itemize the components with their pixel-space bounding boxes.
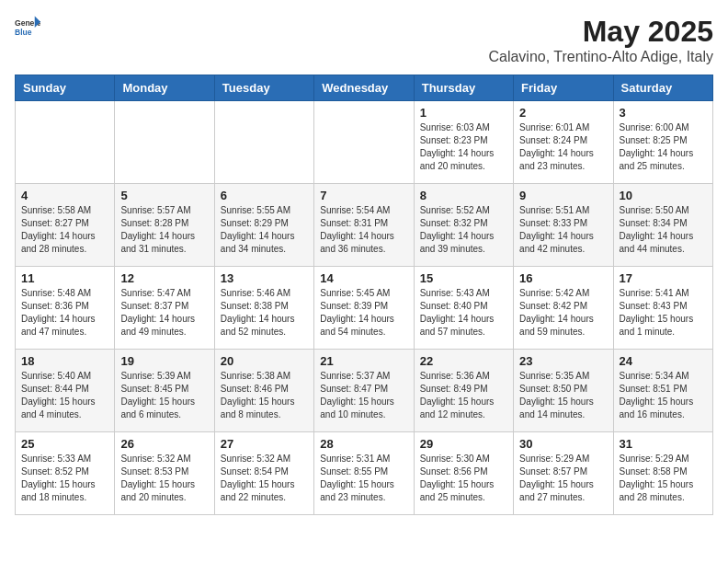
- day-number: 24: [620, 354, 707, 368]
- calendar-body: 1Sunrise: 6:03 AM Sunset: 8:23 PM Daylig…: [16, 101, 713, 515]
- day-number: 3: [620, 106, 707, 120]
- calendar-week-2: 4Sunrise: 5:58 AM Sunset: 8:27 PM Daylig…: [16, 184, 713, 267]
- calendar-cell: 22Sunrise: 5:36 AM Sunset: 8:49 PM Dayli…: [414, 350, 513, 432]
- day-info: Sunrise: 5:29 AM Sunset: 8:57 PM Dayligh…: [519, 453, 607, 504]
- calendar-cell: 12Sunrise: 5:47 AM Sunset: 8:37 PM Dayli…: [115, 267, 214, 350]
- calendar-cell: 26Sunrise: 5:32 AM Sunset: 8:53 PM Dayli…: [115, 432, 214, 515]
- day-number: 19: [120, 354, 208, 368]
- calendar-cell: 24Sunrise: 5:34 AM Sunset: 8:51 PM Dayli…: [613, 350, 712, 432]
- day-number: 28: [320, 437, 407, 451]
- title-section: May 2025 Calavino, Trentino-Alto Adige, …: [488, 15, 713, 65]
- calendar-cell: 9Sunrise: 5:51 AM Sunset: 8:33 PM Daylig…: [514, 184, 613, 267]
- day-info: Sunrise: 5:42 AM Sunset: 8:42 PM Dayligh…: [519, 287, 607, 339]
- day-info: Sunrise: 5:41 AM Sunset: 8:43 PM Dayligh…: [620, 287, 707, 339]
- day-number: 17: [620, 271, 707, 285]
- day-info: Sunrise: 5:35 AM Sunset: 8:50 PM Dayligh…: [519, 370, 607, 421]
- day-number: 21: [320, 354, 407, 368]
- day-info: Sunrise: 5:39 AM Sunset: 8:45 PM Dayligh…: [120, 370, 208, 421]
- day-number: 25: [21, 437, 108, 451]
- day-info: Sunrise: 5:32 AM Sunset: 8:53 PM Dayligh…: [120, 453, 208, 504]
- calendar-cell: 6Sunrise: 5:55 AM Sunset: 8:29 PM Daylig…: [214, 184, 313, 267]
- calendar-cell: [214, 101, 313, 184]
- weekday-header-friday: Friday: [514, 75, 613, 101]
- calendar-cell: 7Sunrise: 5:54 AM Sunset: 8:31 PM Daylig…: [314, 184, 414, 267]
- calendar-cell: 13Sunrise: 5:46 AM Sunset: 8:38 PM Dayli…: [214, 267, 313, 350]
- day-number: 10: [620, 189, 707, 202]
- day-number: 2: [519, 106, 607, 120]
- generalblue-icon: General Blue: [15, 15, 40, 40]
- calendar-cell: 17Sunrise: 5:41 AM Sunset: 8:43 PM Dayli…: [613, 267, 712, 350]
- day-info: Sunrise: 6:03 AM Sunset: 8:23 PM Dayligh…: [420, 121, 507, 173]
- weekday-header-tuesday: Tuesday: [214, 75, 313, 101]
- day-number: 7: [320, 189, 407, 202]
- day-info: Sunrise: 5:47 AM Sunset: 8:37 PM Dayligh…: [120, 287, 208, 339]
- calendar-cell: 5Sunrise: 5:57 AM Sunset: 8:28 PM Daylig…: [115, 184, 214, 267]
- day-number: 20: [221, 354, 308, 368]
- calendar-cell: 23Sunrise: 5:35 AM Sunset: 8:50 PM Dayli…: [514, 350, 613, 432]
- weekday-header-monday: Monday: [115, 75, 214, 101]
- day-number: 16: [519, 271, 607, 285]
- location-title: Calavino, Trentino-Alto Adige, Italy: [488, 49, 713, 65]
- calendar-cell: 31Sunrise: 5:29 AM Sunset: 8:58 PM Dayli…: [613, 432, 712, 515]
- day-number: 8: [420, 189, 507, 202]
- day-info: Sunrise: 5:36 AM Sunset: 8:49 PM Dayligh…: [420, 370, 507, 421]
- day-info: Sunrise: 5:46 AM Sunset: 8:38 PM Dayligh…: [221, 287, 308, 339]
- day-info: Sunrise: 5:43 AM Sunset: 8:40 PM Dayligh…: [420, 287, 507, 339]
- weekday-header-wednesday: Wednesday: [314, 75, 414, 101]
- day-info: Sunrise: 5:33 AM Sunset: 8:52 PM Dayligh…: [21, 453, 108, 504]
- calendar-cell: 21Sunrise: 5:37 AM Sunset: 8:47 PM Dayli…: [314, 350, 414, 432]
- calendar-cell: 30Sunrise: 5:29 AM Sunset: 8:57 PM Dayli…: [514, 432, 613, 515]
- weekday-header-saturday: Saturday: [613, 75, 712, 101]
- day-info: Sunrise: 5:30 AM Sunset: 8:56 PM Dayligh…: [420, 453, 507, 504]
- day-number: 31: [620, 437, 707, 451]
- calendar-cell: 2Sunrise: 6:01 AM Sunset: 8:24 PM Daylig…: [514, 101, 613, 184]
- day-number: 15: [420, 271, 507, 285]
- day-number: 29: [420, 437, 507, 451]
- svg-text:Blue: Blue: [15, 28, 32, 37]
- day-number: 30: [519, 437, 607, 451]
- day-info: Sunrise: 5:48 AM Sunset: 8:36 PM Dayligh…: [21, 287, 108, 339]
- day-info: Sunrise: 5:45 AM Sunset: 8:39 PM Dayligh…: [320, 287, 407, 339]
- day-info: Sunrise: 5:34 AM Sunset: 8:51 PM Dayligh…: [620, 370, 707, 421]
- day-number: 1: [420, 106, 507, 120]
- calendar-cell: 29Sunrise: 5:30 AM Sunset: 8:56 PM Dayli…: [414, 432, 513, 515]
- day-info: Sunrise: 5:40 AM Sunset: 8:44 PM Dayligh…: [21, 370, 108, 421]
- day-info: Sunrise: 5:31 AM Sunset: 8:55 PM Dayligh…: [320, 453, 407, 504]
- calendar-cell: [16, 101, 115, 184]
- day-number: 12: [120, 271, 208, 285]
- calendar-cell: 14Sunrise: 5:45 AM Sunset: 8:39 PM Dayli…: [314, 267, 414, 350]
- day-info: Sunrise: 5:32 AM Sunset: 8:54 PM Dayligh…: [221, 453, 308, 504]
- calendar-cell: 3Sunrise: 6:00 AM Sunset: 8:25 PM Daylig…: [613, 101, 712, 184]
- day-number: 14: [320, 271, 407, 285]
- day-number: 11: [21, 271, 108, 285]
- weekday-header-thursday: Thursday: [414, 75, 513, 101]
- day-info: Sunrise: 5:37 AM Sunset: 8:47 PM Dayligh…: [320, 370, 407, 421]
- calendar-cell: 20Sunrise: 5:38 AM Sunset: 8:46 PM Dayli…: [214, 350, 313, 432]
- calendar-week-3: 11Sunrise: 5:48 AM Sunset: 8:36 PM Dayli…: [16, 267, 713, 350]
- day-info: Sunrise: 5:52 AM Sunset: 8:32 PM Dayligh…: [420, 204, 507, 256]
- calendar-cell: 15Sunrise: 5:43 AM Sunset: 8:40 PM Dayli…: [414, 267, 513, 350]
- day-number: 5: [120, 189, 208, 202]
- calendar-cell: 4Sunrise: 5:58 AM Sunset: 8:27 PM Daylig…: [16, 184, 115, 267]
- calendar-cell: 25Sunrise: 5:33 AM Sunset: 8:52 PM Dayli…: [16, 432, 115, 515]
- calendar-cell: 27Sunrise: 5:32 AM Sunset: 8:54 PM Dayli…: [214, 432, 313, 515]
- calendar-cell: 10Sunrise: 5:50 AM Sunset: 8:34 PM Dayli…: [613, 184, 712, 267]
- day-info: Sunrise: 6:00 AM Sunset: 8:25 PM Dayligh…: [620, 121, 707, 173]
- calendar-cell: 18Sunrise: 5:40 AM Sunset: 8:44 PM Dayli…: [16, 350, 115, 432]
- day-number: 18: [21, 354, 108, 368]
- weekday-header-sunday: Sunday: [16, 75, 115, 101]
- logo: General Blue: [15, 15, 40, 40]
- calendar-cell: 16Sunrise: 5:42 AM Sunset: 8:42 PM Dayli…: [514, 267, 613, 350]
- calendar-cell: 11Sunrise: 5:48 AM Sunset: 8:36 PM Dayli…: [16, 267, 115, 350]
- calendar-cell: 19Sunrise: 5:39 AM Sunset: 8:45 PM Dayli…: [115, 350, 214, 432]
- calendar-table: SundayMondayTuesdayWednesdayThursdayFrid…: [15, 75, 713, 515]
- calendar-week-5: 25Sunrise: 5:33 AM Sunset: 8:52 PM Dayli…: [16, 432, 713, 515]
- weekday-header-row: SundayMondayTuesdayWednesdayThursdayFrid…: [16, 75, 713, 101]
- day-info: Sunrise: 5:50 AM Sunset: 8:34 PM Dayligh…: [620, 204, 707, 256]
- day-number: 6: [221, 189, 308, 202]
- day-number: 13: [221, 271, 308, 285]
- month-title: May 2025: [488, 15, 713, 49]
- day-info: Sunrise: 5:55 AM Sunset: 8:29 PM Dayligh…: [221, 204, 308, 256]
- day-info: Sunrise: 5:57 AM Sunset: 8:28 PM Dayligh…: [120, 204, 208, 256]
- day-info: Sunrise: 5:58 AM Sunset: 8:27 PM Dayligh…: [21, 204, 108, 256]
